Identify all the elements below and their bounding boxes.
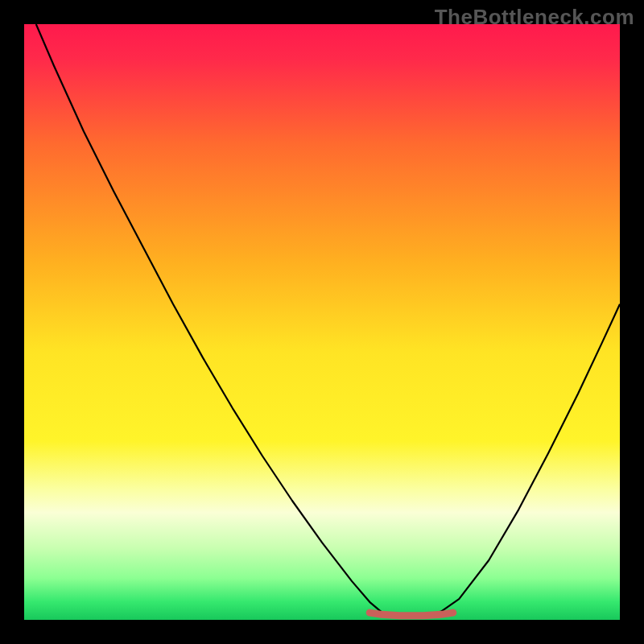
- gradient-background: [24, 24, 620, 620]
- watermark-text: TheBottleneck.com: [435, 5, 634, 30]
- chart-svg: [24, 24, 620, 620]
- chart-frame: TheBottleneck.com: [0, 0, 644, 644]
- plot-area: [24, 24, 620, 620]
- series-optimal-range-marker: [369, 613, 453, 616]
